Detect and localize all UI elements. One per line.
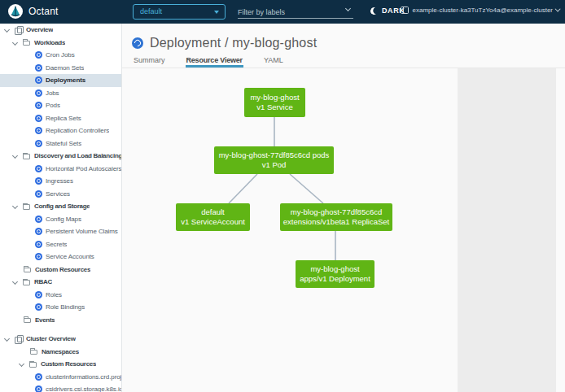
sidebar-item-custom-resources[interactable]: Custom Resources bbox=[0, 264, 121, 277]
chevron-down-icon[interactable] bbox=[345, 6, 351, 11]
sidebar-item-clusterinformations-crd-projec[interactable]: clusterinformations.crd.projec bbox=[0, 371, 121, 384]
chevron-down-icon[interactable] bbox=[4, 27, 10, 33]
graph-node-service[interactable]: my-blog-ghostv1 Service bbox=[244, 88, 305, 117]
sidebar-item-discovery-and-load-balancing[interactable]: Discovery and Load Balancing bbox=[0, 150, 121, 163]
resource-icon bbox=[35, 303, 42, 311]
resource-icon bbox=[35, 89, 42, 97]
sidebar-item-label: Deployments bbox=[46, 76, 85, 84]
graph-node-pod[interactable]: my-blog-ghost-77df85c6cd podsv1 Pod bbox=[214, 146, 334, 174]
sidebar-item-pods[interactable]: Pods bbox=[0, 99, 121, 112]
resource-icon bbox=[35, 140, 42, 147]
chevron-down-icon[interactable] bbox=[12, 203, 18, 209]
sidebar-item-label: Replication Controllers bbox=[46, 127, 109, 134]
tab-yaml[interactable]: YAML bbox=[263, 54, 284, 68]
sidebar-item-deployments[interactable]: Deployments bbox=[0, 74, 121, 87]
chevron-down-icon[interactable] bbox=[19, 361, 24, 367]
chevron-down-icon bbox=[214, 11, 219, 14]
chevron-down-icon[interactable] bbox=[12, 279, 18, 285]
graph-node-label: v1 Service bbox=[256, 102, 292, 112]
sidebar-item-services[interactable]: Services bbox=[0, 188, 121, 201]
sidebar-item-config-and-storage[interactable]: Config and Storage bbox=[0, 200, 121, 213]
sidebar-item-stateful-sets[interactable]: Stateful Sets bbox=[0, 137, 121, 150]
resource-icon bbox=[35, 373, 42, 381]
sidebar-item-label: Secrets bbox=[46, 241, 67, 248]
sidebar-item-label: Daemon Sets bbox=[46, 64, 84, 72]
sidebar-section-gap bbox=[0, 326, 121, 333]
sidebar-item-ingresses[interactable]: Ingresses bbox=[0, 175, 121, 188]
graph-node-deployment[interactable]: my-blog-ghostapps/v1 Deployment bbox=[296, 260, 374, 288]
folder-icon bbox=[24, 268, 31, 273]
folder-icon bbox=[23, 280, 30, 285]
tab-bar: SummaryResource ViewerYAML bbox=[122, 54, 565, 68]
sidebar-item-jobs[interactable]: Jobs bbox=[0, 87, 121, 100]
sidebar-item-csidrivers-csi-storage-k8s-io[interactable]: csidrivers.csi.storage.k8s.io bbox=[0, 383, 121, 392]
sidebar-item-workloads[interactable]: Workloads bbox=[0, 37, 121, 50]
sidebar-item-events[interactable]: Events bbox=[0, 314, 121, 327]
sidebar-item-label: Config Maps bbox=[46, 216, 81, 223]
resource-icon bbox=[35, 291, 42, 298]
sidebar-item-secrets[interactable]: Secrets bbox=[0, 238, 121, 251]
tab-resource-viewer[interactable]: Resource Viewer bbox=[186, 54, 243, 68]
sidebar-item-overview[interactable]: Overview bbox=[0, 24, 121, 37]
sidebar-item-label: Roles bbox=[46, 291, 62, 298]
resource-graph: my-blog-ghostv1 Servicemy-blog-ghost-77d… bbox=[122, 68, 458, 392]
graph-node-label: apps/v1 Deployment bbox=[300, 274, 370, 284]
sidebar-item-label: Config and Storage bbox=[34, 203, 90, 210]
sidebar-item-persistent-volume-claims[interactable]: Persistent Volume Claims bbox=[0, 225, 121, 238]
namespace-select[interactable]: default bbox=[133, 4, 226, 20]
graph-node-replica-set[interactable]: my-blog-ghost-77df85c6cdextensions/v1bet… bbox=[280, 203, 392, 231]
graph-node-label: extensions/v1beta1 ReplicaSet bbox=[283, 217, 389, 227]
sidebar-item-label: clusterinformations.crd.projec bbox=[46, 373, 121, 381]
top-header-bar: Octant default DARK example-cluster-ka3T… bbox=[0, 0, 565, 24]
sidebar-item-service-accounts[interactable]: Service Accounts bbox=[0, 250, 121, 264]
sidebar-item-label: Cluster Overview bbox=[26, 335, 76, 342]
resource-icon bbox=[35, 76, 42, 84]
sidebar-item-label: Namespaces bbox=[42, 348, 79, 355]
sidebar-item-roles[interactable]: Roles bbox=[0, 289, 121, 302]
sidebar-item-label: Replica Sets bbox=[46, 115, 81, 122]
cluster-context-selector[interactable]: example-cluster-ka3TuTzYo4a@example-clus… bbox=[401, 7, 562, 14]
sidebar-item-label: Stateful Sets bbox=[46, 140, 81, 147]
resource-icon bbox=[35, 177, 42, 185]
chevron-down-icon[interactable] bbox=[12, 153, 18, 159]
graph-node-label: default bbox=[201, 207, 225, 217]
graph-node-label: my-blog-ghost bbox=[310, 264, 359, 274]
sidebar-item-cluster-overview[interactable]: Cluster Overview bbox=[0, 333, 121, 346]
resource-icon bbox=[35, 115, 42, 122]
sidebar-item-rbac[interactable]: RBAC bbox=[0, 276, 121, 289]
graph-node-service-account[interactable]: defaultv1 ServiceAccount bbox=[176, 203, 250, 231]
chevron-down-icon[interactable] bbox=[12, 40, 18, 46]
resource-icon bbox=[35, 102, 42, 109]
namespace-select-value: default bbox=[140, 7, 162, 15]
sidebar-item-label: Pods bbox=[46, 102, 60, 109]
sidebar-item-replica-sets[interactable]: Replica Sets bbox=[0, 112, 121, 125]
chevron-down-icon[interactable] bbox=[4, 336, 10, 342]
sidebar-item-label: Custom Resources bbox=[41, 360, 96, 368]
sidebar-item-horizontal-pod-autoscalers[interactable]: Horizontal Pod Autoscalers bbox=[0, 163, 121, 176]
sidebar-item-label: Horizontal Pod Autoscalers bbox=[46, 165, 121, 172]
tab-summary[interactable]: Summary bbox=[133, 54, 166, 68]
brand: Octant bbox=[8, 4, 59, 19]
sidebar-item-cron-jobs[interactable]: Cron Jobs bbox=[0, 49, 121, 62]
graph-node-label: my-blog-ghost-77df85c6cd bbox=[291, 207, 382, 217]
sidebar-nav: OverviewWorkloadsCron JobsDaemon SetsDep… bbox=[0, 24, 122, 392]
sidebar-item-label: csidrivers.csi.storage.k8s.io bbox=[46, 385, 121, 392]
sidebar-item-label: Service Accounts bbox=[46, 253, 94, 260]
graph-node-label: v1 Pod bbox=[262, 160, 287, 170]
graph-edge bbox=[229, 174, 257, 203]
resource-icon bbox=[35, 216, 42, 223]
sidebar-item-config-maps[interactable]: Config Maps bbox=[0, 213, 121, 226]
sidebar-item-replication-controllers[interactable]: Replication Controllers bbox=[0, 124, 121, 137]
folder-icon bbox=[23, 204, 30, 210]
resource-icon bbox=[35, 51, 42, 59]
sidebar-item-daemon-sets[interactable]: Daemon Sets bbox=[0, 62, 121, 75]
sidebar-item-role-bindings[interactable]: Role Bindings bbox=[0, 301, 121, 314]
resource-icon bbox=[35, 165, 42, 172]
sidebar-item-custom-resources[interactable]: Custom Resources bbox=[0, 358, 121, 371]
resource-icon bbox=[35, 228, 42, 235]
label-filter-input[interactable] bbox=[238, 6, 339, 20]
sidebar-item-label: RBAC bbox=[34, 278, 52, 285]
sidebar-item-namespaces[interactable]: Namespaces bbox=[0, 346, 121, 359]
graph-node-label: v1 ServiceAccount bbox=[181, 217, 245, 227]
folder-icon bbox=[29, 362, 37, 368]
